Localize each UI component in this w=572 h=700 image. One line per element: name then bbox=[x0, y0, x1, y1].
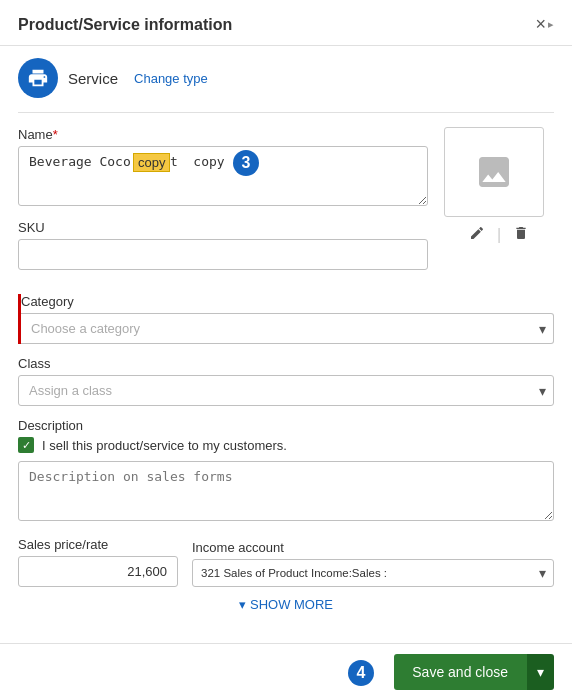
product-service-modal: Product/Service information × ▸ Service … bbox=[0, 0, 572, 700]
show-more-link[interactable]: ▾ SHOW MORE bbox=[239, 597, 333, 612]
service-type-label: Service bbox=[68, 70, 118, 87]
class-select[interactable]: Assign a class bbox=[18, 375, 554, 406]
image-actions: | bbox=[444, 223, 554, 246]
name-image-section: Name* Beverage Coco Coast copy copy 3 SK… bbox=[18, 127, 554, 282]
name-input-wrapper: Beverage Coco Coast copy copy 3 bbox=[18, 146, 428, 210]
save-button-group: Save and close ▾ bbox=[394, 654, 554, 690]
section-divider bbox=[18, 112, 554, 113]
name-label: Name* bbox=[18, 127, 428, 142]
sell-checkbox-label: I sell this product/service to my custom… bbox=[42, 438, 287, 453]
sku-label: SKU bbox=[18, 220, 428, 235]
income-label: Income account bbox=[192, 540, 554, 555]
edit-image-button[interactable] bbox=[467, 223, 487, 246]
class-select-wrapper: Assign a class ▾ bbox=[18, 375, 554, 406]
service-type-row: Service Change type bbox=[18, 58, 554, 98]
image-placeholder bbox=[444, 127, 544, 217]
price-label: Sales price/rate bbox=[18, 537, 178, 552]
category-select[interactable]: Choose a category bbox=[21, 313, 554, 344]
category-select-wrapper: Choose a category ▾ bbox=[21, 313, 554, 344]
class-label: Class bbox=[18, 356, 554, 371]
modal-body: Service Change type Name* Beverage Coco … bbox=[0, 46, 572, 643]
save-dropdown-icon: ▾ bbox=[537, 664, 544, 680]
description-field: Description ✓ I sell this product/servic… bbox=[18, 418, 554, 525]
close-button[interactable]: × ▸ bbox=[535, 14, 554, 35]
category-field: Category Choose a category ▾ bbox=[18, 294, 554, 344]
modal-title: Product/Service information bbox=[18, 16, 232, 34]
description-label: Description bbox=[18, 418, 554, 433]
image-section: | bbox=[444, 127, 554, 282]
checkbox-row: ✓ I sell this product/service to my cust… bbox=[18, 437, 554, 453]
step-4-badge: 4 bbox=[348, 660, 374, 686]
sku-field: SKU bbox=[18, 220, 428, 270]
show-more-row: ▾ SHOW MORE bbox=[18, 597, 554, 612]
service-icon bbox=[18, 58, 58, 98]
save-close-button[interactable]: Save and close bbox=[394, 654, 526, 690]
category-label: Category bbox=[21, 294, 554, 309]
delete-image-button[interactable] bbox=[511, 223, 531, 246]
image-divider: | bbox=[497, 226, 501, 244]
description-input[interactable] bbox=[18, 461, 554, 521]
modal-header: Product/Service information × ▸ bbox=[0, 0, 572, 46]
sell-checkbox[interactable]: ✓ bbox=[18, 437, 34, 453]
price-input[interactable] bbox=[18, 556, 178, 587]
change-type-link[interactable]: Change type bbox=[134, 71, 208, 86]
sku-input[interactable] bbox=[18, 239, 428, 270]
class-field: Class Assign a class ▾ bbox=[18, 356, 554, 406]
save-dropdown-button[interactable]: ▾ bbox=[526, 654, 554, 690]
name-section: Name* Beverage Coco Coast copy copy 3 SK… bbox=[18, 127, 428, 282]
income-select-wrapper: 321 Sales of Product Income:Sales : ▾ bbox=[192, 559, 554, 587]
modal-footer: 4 Save and close ▾ bbox=[0, 643, 572, 700]
price-field: Sales price/rate bbox=[18, 537, 178, 587]
price-income-row: Sales price/rate Income account 321 Sale… bbox=[18, 537, 554, 587]
income-select[interactable]: 321 Sales of Product Income:Sales : bbox=[192, 559, 554, 587]
income-field: Income account 321 Sales of Product Inco… bbox=[192, 540, 554, 587]
name-input[interactable]: Beverage Coco Coast copy bbox=[18, 146, 428, 206]
